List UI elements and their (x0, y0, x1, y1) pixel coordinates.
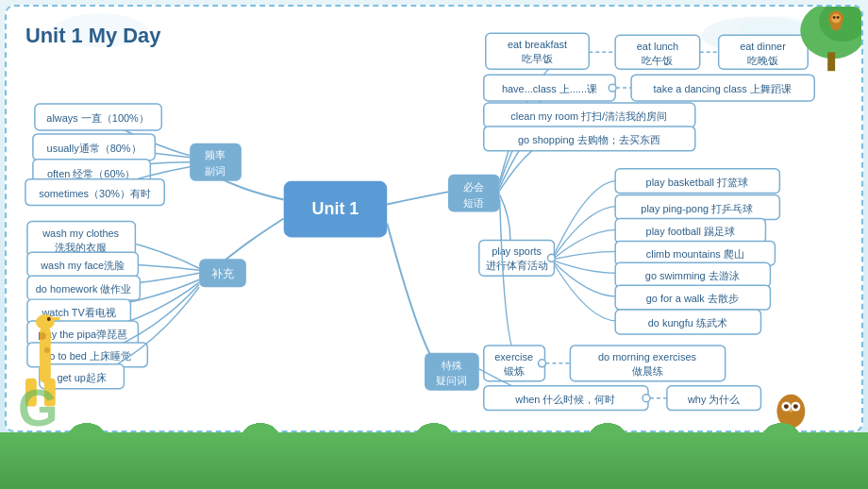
svg-text:eat breakfast: eat breakfast (508, 39, 567, 50)
svg-text:锻炼: 锻炼 (503, 365, 525, 377)
svg-text:play football 踢足球: play football 踢足球 (646, 226, 735, 237)
svg-text:进行体育活动: 进行体育活动 (486, 260, 548, 271)
center-node-label: Unit 1 (312, 199, 359, 218)
svg-text:疑问词: 疑问词 (436, 375, 467, 386)
svg-text:usually通常（80%）: usually通常（80%） (47, 143, 142, 154)
svg-text:play the pipa弹琵琶: play the pipa弹琵琶 (38, 329, 127, 340)
svg-text:why 为什么: why 为什么 (687, 394, 741, 405)
svg-text:always 一直（100%）: always 一直（100%） (46, 112, 148, 124)
main-container: Unit 1 My Day Unit 1 频率 副词 always 一直（100… (5, 5, 863, 432)
svg-text:eat lunch: eat lunch (637, 41, 678, 52)
svg-text:频率: 频率 (205, 149, 225, 160)
svg-text:sometimes（30%）有时: sometimes（30%）有时 (39, 188, 151, 199)
svg-text:go for a walk 去散步: go for a walk 去散步 (646, 293, 739, 304)
svg-point-69 (39, 332, 46, 340)
svg-text:have...class 上......课: have...class 上......课 (502, 83, 597, 94)
svg-point-29 (609, 84, 616, 92)
svg-text:eat dinner: eat dinner (740, 41, 786, 52)
svg-text:when 什么时候，何时: when 什么时候，何时 (514, 394, 615, 405)
svg-text:吃午饭: 吃午饭 (642, 55, 673, 66)
svg-rect-58 (827, 52, 835, 71)
svg-text:go shopping 去购物；去买东西: go shopping 去购物；去买东西 (518, 134, 660, 145)
svg-point-46 (539, 360, 546, 367)
svg-text:watch TV看电视: watch TV看电视 (41, 307, 115, 318)
svg-point-53 (643, 395, 650, 402)
mindmap-svg: Unit 1 My Day Unit 1 频率 副词 always 一直（100… (7, 7, 861, 430)
svg-rect-68 (51, 317, 60, 320)
svg-text:do homework 做作业: do homework 做作业 (36, 283, 132, 295)
svg-text:exercise: exercise (494, 351, 533, 363)
svg-text:play basketball 打篮球: play basketball 打篮球 (646, 177, 748, 188)
svg-text:特殊: 特殊 (442, 360, 462, 371)
svg-text:clean my room 打扫/清洁我的房间: clean my room 打扫/清洁我的房间 (510, 110, 667, 122)
svg-text:play ping-pong 打乒乓球: play ping-pong 打乒乓球 (641, 203, 753, 214)
svg-text:做晨练: 做晨练 (632, 365, 663, 377)
svg-text:take a dancing class 上舞蹈课: take a dancing class 上舞蹈课 (654, 83, 792, 94)
svg-text:wash my face洗脸: wash my face洗脸 (40, 260, 125, 271)
svg-point-77 (793, 404, 798, 409)
svg-text:do kungfu 练武术: do kungfu 练武术 (648, 317, 727, 329)
svg-text:often 经常（60%）: often 经常（60%） (47, 168, 135, 179)
svg-text:climb mountains 爬山: climb mountains 爬山 (646, 248, 744, 260)
svg-text:必会: 必会 (463, 181, 484, 193)
svg-text:短语: 短语 (463, 197, 484, 209)
svg-point-64 (834, 19, 839, 22)
svg-text:wash my clothes: wash my clothes (42, 228, 119, 239)
svg-text:play sports: play sports (492, 245, 542, 257)
svg-point-63 (837, 16, 840, 19)
title: Unit 1 My Day (25, 24, 161, 47)
svg-text:go to bed 上床睡觉: go to bed 上床睡觉 (43, 350, 131, 362)
svg-text:get up起床: get up起床 (57, 372, 106, 383)
svg-text:吃早饭: 吃早饭 (522, 53, 553, 64)
svg-text:go swimming 去游泳: go swimming 去游泳 (645, 270, 740, 281)
svg-point-66 (36, 314, 55, 329)
svg-point-76 (784, 404, 789, 409)
svg-point-70 (44, 347, 50, 353)
svg-point-67 (47, 317, 51, 321)
svg-text:副词: 副词 (205, 165, 225, 177)
svg-text:do morning exercises: do morning exercises (598, 351, 696, 363)
svg-text:吃晚饭: 吃晚饭 (747, 55, 778, 66)
svg-text:补充: 补充 (211, 267, 234, 280)
svg-text:洗我的衣服: 洗我的衣服 (55, 242, 107, 253)
grass-background (0, 432, 868, 489)
svg-point-62 (833, 16, 836, 19)
